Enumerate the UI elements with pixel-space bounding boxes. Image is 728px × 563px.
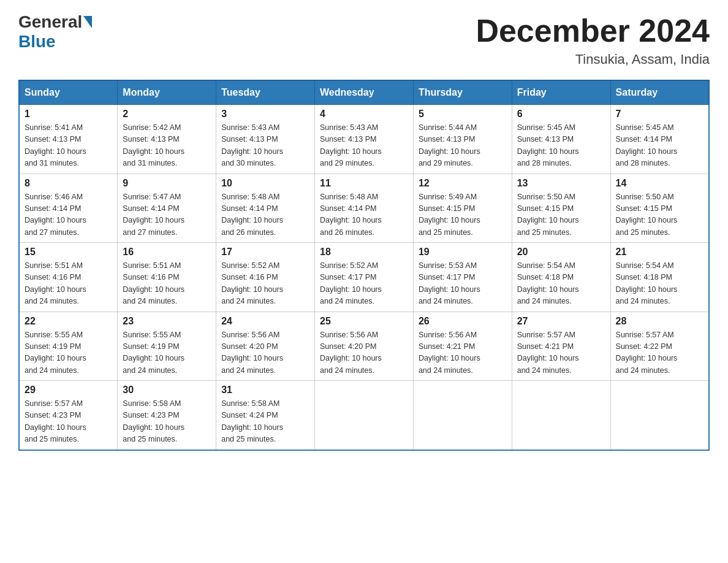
- day-number: 5: [419, 109, 507, 120]
- day-number: 26: [419, 316, 507, 327]
- day-number: 16: [123, 247, 211, 258]
- day-number: 20: [517, 247, 605, 258]
- day-number: 1: [25, 109, 112, 120]
- calendar-header-row: Sunday Monday Tuesday Wednesday Thursday…: [19, 80, 709, 105]
- day-info: Sunrise: 5:57 AM Sunset: 4:22 PM Dayligh…: [616, 329, 703, 377]
- calendar-week-3: 15 Sunrise: 5:51 AM Sunset: 4:16 PM Dayl…: [19, 243, 709, 312]
- page-header: General Blue December 2024 Tinsukia, Ass…: [18, 12, 710, 67]
- table-row: 20 Sunrise: 5:54 AM Sunset: 4:18 PM Dayl…: [512, 243, 610, 312]
- table-row: 2 Sunrise: 5:42 AM Sunset: 4:13 PM Dayli…: [118, 105, 216, 174]
- day-number: 13: [517, 178, 605, 189]
- day-info: Sunrise: 5:57 AM Sunset: 4:23 PM Dayligh…: [25, 398, 112, 446]
- day-number: 6: [517, 109, 605, 120]
- day-number: 11: [320, 178, 408, 189]
- day-info: Sunrise: 5:52 AM Sunset: 4:16 PM Dayligh…: [221, 260, 309, 308]
- day-number: 31: [221, 385, 309, 396]
- day-info: Sunrise: 5:54 AM Sunset: 4:18 PM Dayligh…: [616, 260, 703, 308]
- day-info: Sunrise: 5:42 AM Sunset: 4:13 PM Dayligh…: [123, 122, 211, 170]
- table-row: 26 Sunrise: 5:56 AM Sunset: 4:21 PM Dayl…: [413, 312, 512, 381]
- day-info: Sunrise: 5:58 AM Sunset: 4:24 PM Dayligh…: [221, 398, 309, 446]
- table-row: 28 Sunrise: 5:57 AM Sunset: 4:22 PM Dayl…: [610, 312, 709, 381]
- day-info: Sunrise: 5:46 AM Sunset: 4:14 PM Dayligh…: [25, 191, 112, 239]
- col-thursday: Thursday: [413, 80, 512, 105]
- day-number: 21: [616, 247, 703, 258]
- table-row: [315, 381, 414, 450]
- calendar-week-4: 22 Sunrise: 5:55 AM Sunset: 4:19 PM Dayl…: [19, 312, 709, 381]
- col-friday: Friday: [512, 80, 610, 105]
- col-monday: Monday: [118, 80, 216, 105]
- day-info: Sunrise: 5:53 AM Sunset: 4:17 PM Dayligh…: [419, 260, 507, 308]
- day-info: Sunrise: 5:43 AM Sunset: 4:13 PM Dayligh…: [320, 122, 408, 170]
- day-number: 4: [320, 109, 408, 120]
- month-title: December 2024: [476, 12, 710, 49]
- table-row: [512, 381, 610, 450]
- table-row: 7 Sunrise: 5:45 AM Sunset: 4:14 PM Dayli…: [610, 105, 709, 174]
- day-info: Sunrise: 5:56 AM Sunset: 4:20 PM Dayligh…: [221, 329, 309, 377]
- day-info: Sunrise: 5:52 AM Sunset: 4:17 PM Dayligh…: [320, 260, 408, 308]
- day-number: 2: [123, 109, 211, 120]
- col-wednesday: Wednesday: [315, 80, 414, 105]
- col-sunday: Sunday: [19, 80, 118, 105]
- table-row: 4 Sunrise: 5:43 AM Sunset: 4:13 PM Dayli…: [315, 105, 414, 174]
- title-block: December 2024 Tinsukia, Assam, India: [476, 12, 710, 67]
- day-number: 25: [320, 316, 408, 327]
- day-info: Sunrise: 5:57 AM Sunset: 4:21 PM Dayligh…: [517, 329, 605, 377]
- table-row: 21 Sunrise: 5:54 AM Sunset: 4:18 PM Dayl…: [610, 243, 709, 312]
- table-row: 16 Sunrise: 5:51 AM Sunset: 4:16 PM Dayl…: [118, 243, 216, 312]
- day-number: 12: [419, 178, 507, 189]
- table-row: 22 Sunrise: 5:55 AM Sunset: 4:19 PM Dayl…: [19, 312, 118, 381]
- day-number: 17: [221, 247, 309, 258]
- day-number: 19: [419, 247, 507, 258]
- table-row: 14 Sunrise: 5:50 AM Sunset: 4:15 PM Dayl…: [610, 174, 709, 243]
- day-number: 14: [616, 178, 703, 189]
- table-row: 10 Sunrise: 5:48 AM Sunset: 4:14 PM Dayl…: [216, 174, 315, 243]
- table-row: 23 Sunrise: 5:55 AM Sunset: 4:19 PM Dayl…: [118, 312, 216, 381]
- table-row: 9 Sunrise: 5:47 AM Sunset: 4:14 PM Dayli…: [118, 174, 216, 243]
- table-row: 5 Sunrise: 5:44 AM Sunset: 4:13 PM Dayli…: [413, 105, 512, 174]
- table-row: 18 Sunrise: 5:52 AM Sunset: 4:17 PM Dayl…: [315, 243, 414, 312]
- table-row: [413, 381, 512, 450]
- table-row: 19 Sunrise: 5:53 AM Sunset: 4:17 PM Dayl…: [413, 243, 512, 312]
- logo: General Blue: [18, 12, 93, 52]
- table-row: 3 Sunrise: 5:43 AM Sunset: 4:13 PM Dayli…: [216, 105, 315, 174]
- table-row: [610, 381, 709, 450]
- logo-general-text: General: [18, 12, 82, 32]
- table-row: 29 Sunrise: 5:57 AM Sunset: 4:23 PM Dayl…: [19, 381, 118, 450]
- col-tuesday: Tuesday: [216, 80, 315, 105]
- table-row: 6 Sunrise: 5:45 AM Sunset: 4:13 PM Dayli…: [512, 105, 610, 174]
- day-info: Sunrise: 5:51 AM Sunset: 4:16 PM Dayligh…: [25, 260, 112, 308]
- day-info: Sunrise: 5:41 AM Sunset: 4:13 PM Dayligh…: [25, 122, 112, 170]
- table-row: 8 Sunrise: 5:46 AM Sunset: 4:14 PM Dayli…: [19, 174, 118, 243]
- day-info: Sunrise: 5:51 AM Sunset: 4:16 PM Dayligh…: [123, 260, 211, 308]
- day-number: 22: [25, 316, 112, 327]
- day-info: Sunrise: 5:49 AM Sunset: 4:15 PM Dayligh…: [419, 191, 507, 239]
- calendar-week-1: 1 Sunrise: 5:41 AM Sunset: 4:13 PM Dayli…: [19, 105, 709, 174]
- col-saturday: Saturday: [610, 80, 709, 105]
- day-number: 27: [517, 316, 605, 327]
- logo-arrow-icon: [83, 16, 92, 28]
- location-text: Tinsukia, Assam, India: [476, 52, 710, 67]
- table-row: 30 Sunrise: 5:58 AM Sunset: 4:23 PM Dayl…: [118, 381, 216, 450]
- table-row: 17 Sunrise: 5:52 AM Sunset: 4:16 PM Dayl…: [216, 243, 315, 312]
- day-info: Sunrise: 5:56 AM Sunset: 4:20 PM Dayligh…: [320, 329, 408, 377]
- day-info: Sunrise: 5:45 AM Sunset: 4:14 PM Dayligh…: [616, 122, 703, 170]
- day-info: Sunrise: 5:54 AM Sunset: 4:18 PM Dayligh…: [517, 260, 605, 308]
- calendar-week-5: 29 Sunrise: 5:57 AM Sunset: 4:23 PM Dayl…: [19, 381, 709, 450]
- day-number: 28: [616, 316, 703, 327]
- day-number: 9: [123, 178, 211, 189]
- day-number: 10: [221, 178, 309, 189]
- day-number: 3: [221, 109, 309, 120]
- table-row: 27 Sunrise: 5:57 AM Sunset: 4:21 PM Dayl…: [512, 312, 610, 381]
- day-info: Sunrise: 5:43 AM Sunset: 4:13 PM Dayligh…: [221, 122, 309, 170]
- day-info: Sunrise: 5:55 AM Sunset: 4:19 PM Dayligh…: [25, 329, 112, 377]
- table-row: 13 Sunrise: 5:50 AM Sunset: 4:15 PM Dayl…: [512, 174, 610, 243]
- day-number: 29: [25, 385, 112, 396]
- calendar-table: Sunday Monday Tuesday Wednesday Thursday…: [18, 80, 710, 451]
- day-number: 8: [25, 178, 112, 189]
- table-row: 24 Sunrise: 5:56 AM Sunset: 4:20 PM Dayl…: [216, 312, 315, 381]
- day-info: Sunrise: 5:48 AM Sunset: 4:14 PM Dayligh…: [320, 191, 408, 239]
- day-info: Sunrise: 5:56 AM Sunset: 4:21 PM Dayligh…: [419, 329, 507, 377]
- day-number: 18: [320, 247, 408, 258]
- table-row: 11 Sunrise: 5:48 AM Sunset: 4:14 PM Dayl…: [315, 174, 414, 243]
- table-row: 31 Sunrise: 5:58 AM Sunset: 4:24 PM Dayl…: [216, 381, 315, 450]
